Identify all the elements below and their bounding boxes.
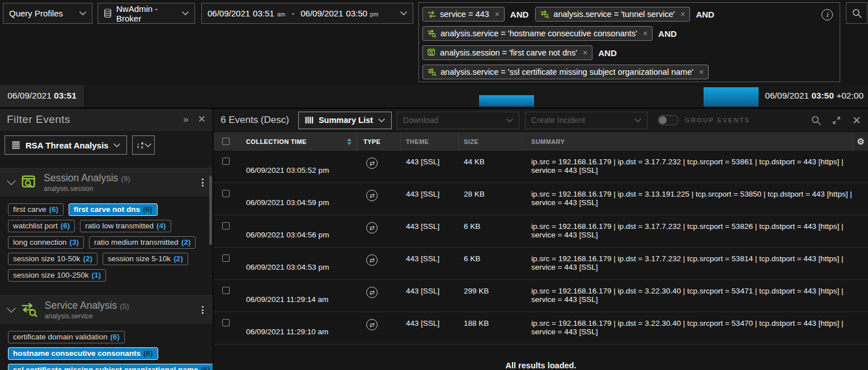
event-row[interactable]: 06/09/2021 03:04:53 pm⇄443 [SSL]6 KBip.s… xyxy=(214,248,868,280)
network-session-icon: ⇄ xyxy=(366,190,378,201)
events-panel: 6 Events (Desc) Summary List Download Cr… xyxy=(214,109,868,370)
tag-count: (3) xyxy=(70,238,79,246)
event-row[interactable]: 06/09/2021 03:05:52 pm⇄443 [SSL]44 KBip.… xyxy=(214,151,868,183)
size-cell: 299 KB xyxy=(459,287,522,312)
and-operator: AND xyxy=(598,48,617,58)
create-incident-dropdown[interactable]: Create Incident xyxy=(525,112,647,129)
filter-events-header: Filter Events » ✕ xyxy=(0,109,213,130)
meta-filter-tag[interactable]: ratio medium transmitted(2) xyxy=(89,236,196,249)
kebab-menu-icon[interactable] xyxy=(198,304,207,316)
select-all-checkbox[interactable] xyxy=(222,138,230,145)
theme-cell: 443 [SSL] xyxy=(401,222,459,247)
session-analysis-icon xyxy=(22,175,37,189)
remove-filter-icon[interactable]: × xyxy=(643,29,647,38)
theme-cell: 443 [SSL] xyxy=(401,190,459,215)
column-size[interactable]: SIZE xyxy=(459,132,522,151)
meta-filter-tag[interactable]: long connection(3) xyxy=(8,236,84,249)
chevron-down-icon xyxy=(145,143,151,147)
download-label: Download xyxy=(403,116,438,125)
info-icon[interactable]: i xyxy=(822,9,833,20)
event-row[interactable]: 06/09/2021 03:04:56 pm⇄443 [SSL]6 KBip.s… xyxy=(214,215,868,248)
tag-label: long connection xyxy=(13,238,67,246)
tag-count: (4) xyxy=(156,222,166,230)
expand-panel-icon[interactable] xyxy=(832,116,841,125)
close-events-icon[interactable]: ✕ xyxy=(852,116,861,125)
meta-filter-tag[interactable]: session size 5-10k(2) xyxy=(103,253,188,265)
column-type[interactable]: TYPE xyxy=(357,132,401,151)
meta-group-header: Session Analysis(9)analysis.session xyxy=(0,168,213,197)
event-row[interactable]: 06/09/2021 11:29:14 am⇄443 [SSL]299 KBip… xyxy=(214,280,868,312)
tag-count: (6) xyxy=(201,365,210,370)
event-row[interactable]: 06/09/2021 03:04:59 pm⇄443 [SSL]28 KBip.… xyxy=(214,183,868,215)
query-filter-pill[interactable]: service = 443× xyxy=(422,7,505,22)
column-settings-gear-icon[interactable]: ⚙ xyxy=(853,132,868,151)
row-checkbox[interactable] xyxy=(222,222,230,229)
threat-profile-dropdown[interactable]: RSA Threat Analysis xyxy=(5,135,127,155)
broker-label: NwAdmin - Broker xyxy=(116,4,177,23)
meta-group-titles: Service Analysis(5)analysis.service xyxy=(45,300,198,320)
meta-filter-tag[interactable]: watchlist port(6) xyxy=(8,220,75,232)
date-range-dropdown[interactable]: 06/09/2021 03:51 am - 06/09/2021 03:50 p… xyxy=(201,3,413,24)
meta-filter-tag[interactable]: session size 10-50k(2) xyxy=(8,253,98,265)
event-row[interactable]: 06/09/2021 11:29:10 am⇄443 [SSL]188 KBip… xyxy=(214,312,868,345)
view-selector-dropdown[interactable]: Summary List xyxy=(298,112,392,129)
sort-button[interactable]: ↓ az xyxy=(132,135,155,155)
remove-filter-icon[interactable]: × xyxy=(583,48,587,57)
column-summary[interactable]: SUMMARY xyxy=(522,138,868,145)
meta-filter-tag[interactable]: ssl certificate missing subject organiza… xyxy=(8,364,214,370)
meta-filter-tag[interactable]: first carve not dns(6) xyxy=(69,203,158,216)
query-filter-pill[interactable]: analysis.service = 'hostname consecutive… xyxy=(422,26,653,41)
meta-key-label: analysis.session xyxy=(44,185,198,193)
meta-filter-tag[interactable]: first carve(6) xyxy=(8,203,63,216)
query-profiles-dropdown[interactable]: Query Profiles xyxy=(3,3,92,24)
meta-filter-tag[interactable]: certificate domain validation(6) xyxy=(8,331,125,343)
collapse-panel-icon[interactable]: » xyxy=(183,114,188,125)
tag-label: session size 5-10k xyxy=(108,254,171,263)
tag-count: (6) xyxy=(49,205,59,214)
theme-cell: 443 [SSL] xyxy=(401,319,459,344)
download-dropdown[interactable]: Download xyxy=(397,112,519,129)
chevron-down-icon[interactable] xyxy=(7,305,16,315)
search-events-icon[interactable] xyxy=(811,116,821,125)
row-checkbox[interactable] xyxy=(222,287,230,294)
remove-filter-icon[interactable]: × xyxy=(699,67,704,76)
remove-filter-icon[interactable]: × xyxy=(680,10,685,19)
query-filter-pill[interactable]: analysis.session = 'first carve not dns'… xyxy=(422,45,592,60)
meta-filter-tag[interactable]: ratio low transmitted(4) xyxy=(80,220,171,232)
timeline-bar[interactable] xyxy=(704,87,759,107)
column-theme[interactable]: THEME xyxy=(401,132,459,151)
close-icon[interactable]: ✕ xyxy=(198,113,206,125)
query-search-button[interactable] xyxy=(846,2,867,24)
service-meta-icon xyxy=(427,11,436,18)
meta-group-count: (9) xyxy=(121,175,130,183)
query-filter-text: analysis.service = 'tunnel service' xyxy=(553,10,675,19)
sidebar-scrollbar[interactable] xyxy=(209,176,212,245)
network-session-icon: ⇄ xyxy=(366,287,378,298)
broker-dropdown[interactable]: NwAdmin - Broker xyxy=(98,3,195,24)
row-checkbox[interactable] xyxy=(222,254,230,262)
date-range-text: 06/09/2021 03:51 am - 06/09/2021 03:50 p… xyxy=(208,8,378,18)
analysis-service-icon xyxy=(427,68,437,76)
column-collection-time[interactable]: COLLECTION TIME xyxy=(238,132,357,151)
row-checkbox[interactable] xyxy=(222,190,230,197)
meta-group-titles: Session Analysis(9)analysis.session xyxy=(44,172,198,193)
group-events-toggle[interactable] xyxy=(658,115,679,125)
summary-list-icon xyxy=(305,116,314,124)
summary-cell: ip.src = 192.168.16.179 | ip.dst = 3.17.… xyxy=(522,222,868,247)
meta-filter-tag[interactable]: hostname consecutive consonants(6) xyxy=(8,347,158,360)
meta-filter-tag[interactable]: session size 100-250k(1) xyxy=(8,269,106,282)
row-checkbox[interactable] xyxy=(222,319,230,326)
collection-time-cell: 06/09/2021 03:04:53 pm xyxy=(238,254,357,279)
tag-count: (6) xyxy=(143,205,153,214)
sort-arrows-icon[interactable] xyxy=(347,138,352,145)
chevron-down-icon[interactable] xyxy=(7,177,16,188)
query-filter-pill[interactable]: analysis.service = 'ssl certificate miss… xyxy=(422,65,709,79)
kebab-menu-icon[interactable] xyxy=(198,177,207,188)
query-builder[interactable]: i service = 443×ANDanalysis.service = 't… xyxy=(418,2,840,82)
remove-filter-icon[interactable]: × xyxy=(495,10,499,19)
timeline-bar[interactable] xyxy=(479,95,534,107)
row-checkbox[interactable] xyxy=(222,158,230,165)
tag-count: (2) xyxy=(173,254,183,263)
query-filter-pill[interactable]: analysis.service = 'tunnel service'× xyxy=(535,7,690,22)
threat-profile-label: RSA Threat Analysis xyxy=(26,141,108,150)
